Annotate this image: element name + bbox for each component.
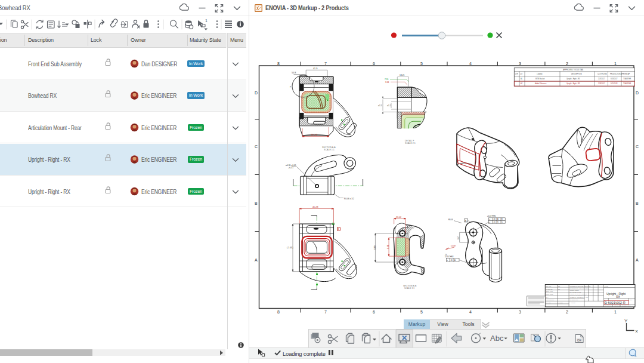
svg-text:41.28: 41.28: [312, 206, 318, 208]
svg-text:LTR: LTR: [515, 73, 518, 75]
svg-text:ENG APPR.: ENG APPR.: [546, 291, 553, 292]
svg-text:Upright - Right - RX: Upright - Right - RX: [566, 78, 580, 80]
svg-text:Y: Y: [624, 318, 628, 324]
svg-text:4: 4: [469, 310, 472, 314]
svg-text:7: 7: [324, 61, 327, 66]
svg-text:MTM Bracket: MTM Bracket: [535, 78, 545, 80]
svg-text:THREE PLACE DECIMAL .005: THREE PLACE DECIMAL .005: [570, 297, 589, 298]
svg-text:4: 4: [469, 61, 472, 66]
svg-text:50.8: 50.8: [292, 72, 296, 74]
svg-text:1: 1: [205, 19, 208, 23]
svg-text:D 6021\002-R: D 6021\002-R: [605, 301, 626, 304]
svg-text:Q.A.: Q.A.: [546, 297, 549, 298]
svg-text:T.SAWYER: T.SAWYER: [623, 78, 631, 80]
svg-text:COMMENTS:: COMMENTS:: [546, 299, 555, 300]
svg-text:1.89: 1.89: [374, 245, 376, 250]
svg-text:9/15/2018: 9/15/2018: [611, 82, 618, 85]
svg-text:FINISH: FINISH: [571, 302, 576, 303]
svg-text:SCALE 1:1: SCALE 1:1: [324, 149, 335, 151]
svg-text:3: 3: [519, 61, 521, 66]
svg-text:R0.06: R0.06: [448, 219, 453, 221]
svg-text:8/18/2017: 8/18/2017: [611, 78, 618, 80]
svg-text:5: 5: [420, 61, 423, 66]
svg-text:B: B: [255, 201, 258, 205]
svg-text:4-POST: 4-POST: [558, 302, 564, 303]
svg-text:ITEM AP: ITEM AP: [624, 73, 630, 75]
svg-text:SCALE 1:1: SCALE 1:1: [404, 287, 414, 290]
svg-text:C: C: [501, 221, 503, 223]
svg-text:S: S: [497, 221, 499, 223]
svg-text:A: A: [497, 218, 499, 220]
svg-text:A2: A2: [521, 82, 523, 85]
svg-text:CHECKED: CHECKED: [546, 288, 553, 290]
svg-text:C: C: [255, 144, 258, 149]
svg-text:TOLERANCES:: TOLERANCES:: [570, 290, 580, 291]
svg-text:MFG APPR.: MFG APPR.: [546, 294, 553, 295]
svg-text:Added Tolerance: Added Tolerance: [535, 82, 547, 85]
svg-text:D: D: [636, 91, 639, 95]
svg-text:2X: 2X: [445, 254, 447, 256]
svg-text:1.06880: 1.06880: [537, 73, 543, 75]
svg-text:B: B: [501, 218, 503, 220]
svg-text:0.0587: 0.0587: [451, 245, 456, 247]
svg-text:T.SAWYER: T.SAWYER: [623, 82, 631, 85]
svg-text:( 1.63 ): ( 1.63 ): [287, 247, 293, 249]
svg-text:13.21: 13.21: [400, 74, 405, 76]
svg-text:Abc: Abc: [490, 334, 504, 343]
svg-text:B: B: [636, 201, 639, 205]
svg-text:0.67: 0.67: [457, 236, 460, 239]
svg-text:ANGULAR: MACH 1 BEND 2: ANGULAR: MACH 1 BEND 2: [570, 293, 587, 294]
svg-text:⌀1.2: ⌀1.2: [387, 104, 391, 107]
svg-text:33.02: 33.02: [396, 216, 401, 219]
svg-text:6: 6: [373, 61, 375, 66]
svg-text:6: 6: [373, 310, 375, 314]
svg-text:61.24: 61.24: [311, 134, 317, 136]
svg-text:REV: REV: [630, 299, 633, 300]
svg-text:1: 1: [614, 310, 617, 314]
svg-text:C: C: [636, 144, 639, 149]
svg-text:DIMENSIONS ARE IN INCHES: DIMENSIONS ARE IN INCHES: [570, 287, 589, 288]
svg-text:PRODUCTION APR: PRODUCTION APR: [610, 73, 624, 75]
svg-text:WEIGHT:: WEIGHT:: [614, 305, 620, 306]
svg-text:ZO: ZO: [521, 73, 523, 75]
svg-text:7: 7: [324, 310, 327, 314]
svg-text:2X .375: 2X .375: [546, 302, 551, 303]
svg-text:DD: DD: [558, 288, 561, 290]
svg-text:FRACTIONAL 1/32: FRACTIONAL 1/32: [570, 291, 581, 293]
svg-text:.30: .30: [493, 218, 496, 220]
svg-text:MADE IN USA: MADE IN USA: [570, 299, 579, 300]
svg-text:.30: .30: [450, 259, 453, 262]
svg-text:CLOTH DWG: CLOTH DWG: [597, 73, 607, 75]
svg-text:.15: .15: [493, 221, 496, 223]
svg-text:A: A: [255, 258, 258, 262]
svg-text:5: 5: [420, 310, 423, 314]
svg-text:A: A: [636, 258, 639, 262]
svg-text:F: F: [290, 86, 291, 88]
svg-text:3.84: 3.84: [385, 81, 389, 84]
svg-text:⌀0.41 THRU: ⌀0.41 THRU: [487, 215, 496, 217]
svg-text:41.9: 41.9: [313, 67, 317, 70]
svg-text:2: 2: [566, 61, 568, 66]
svg-text:A1: A1: [521, 78, 523, 80]
svg-text:3: 3: [519, 310, 521, 314]
svg-text:A: A: [465, 220, 466, 222]
svg-text:11/3/2017: 11/3/2017: [598, 78, 605, 80]
svg-text:RX: RX: [616, 295, 621, 299]
svg-text:R0.06 x 1/2: R0.06 x 1/2: [344, 198, 354, 200]
svg-text:Upright - Right - RX: Upright - Right - RX: [566, 82, 580, 85]
svg-text:APPROVED TOOLS TAB: APPROVED TOOLS TAB: [563, 69, 583, 71]
svg-text:TWO PLACE DECIMAL .01: TWO PLACE DECIMAL .01: [570, 295, 587, 296]
svg-text:D: D: [255, 91, 258, 95]
svg-text:⌀1.5: ⌀1.5: [378, 104, 382, 107]
svg-text:SHEET 1 OF 1: SHEET 1 OF 1: [622, 305, 631, 306]
svg-text:CA: CA: [577, 339, 581, 342]
svg-text:A: A: [454, 259, 456, 262]
svg-text:8: 8: [277, 61, 280, 66]
svg-text:⋀ 0.1: ⋀ 0.1: [288, 167, 293, 169]
svg-text:8: 8: [277, 310, 280, 314]
svg-text:1: 1: [614, 61, 617, 66]
svg-text:TITLE:: TITLE:: [605, 285, 609, 287]
svg-text:12/8/2017: 12/8/2017: [598, 82, 605, 85]
svg-text:2: 2: [566, 310, 568, 314]
svg-text:x: x: [636, 328, 638, 334]
